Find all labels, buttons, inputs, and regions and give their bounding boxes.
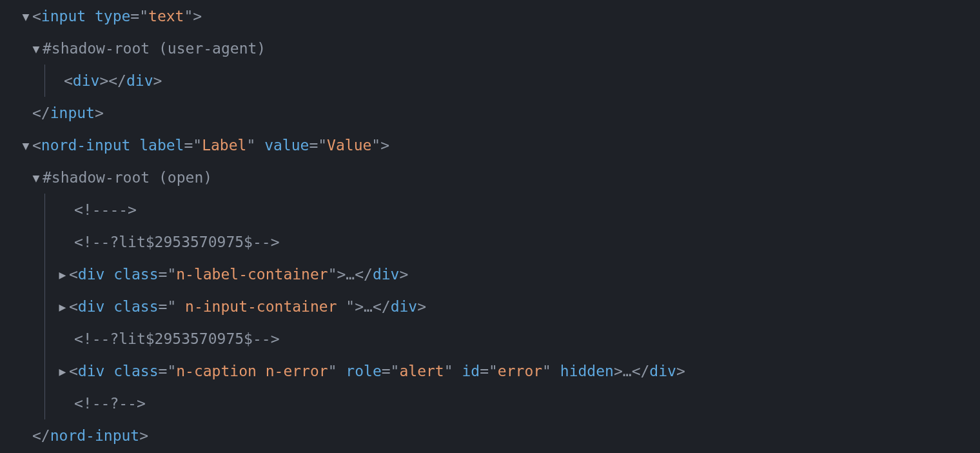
- expand-toggle-icon[interactable]: [30, 32, 43, 65]
- dom-tree: <input type="text"> #shadow-root (user-a…: [0, 0, 980, 452]
- node-comment[interactable]: <!--?lit$2953570975$-->: [0, 323, 980, 355]
- tree-indent-guide: [44, 355, 45, 387]
- code-tag: div: [373, 258, 400, 290]
- shadow-root-label: #shadow-root (user-agent): [43, 32, 266, 65]
- code-attr: id: [462, 355, 480, 387]
- code-tag: div: [126, 65, 153, 97]
- node-nord-input-close[interactable]: </nord-input>: [0, 419, 980, 452]
- code-tag: div: [649, 355, 676, 387]
- node-nord-input-open[interactable]: <nord-input label="Label" value="Value">: [0, 129, 980, 161]
- code-tag: nord-input: [50, 419, 139, 452]
- ellipsis-icon: …: [346, 258, 355, 290]
- node-div-empty[interactable]: <div></div>: [0, 65, 980, 97]
- tree-indent-guide: [44, 290, 45, 323]
- code-comment: <!--?-->: [74, 387, 146, 419]
- node-comment[interactable]: <!---->: [0, 194, 980, 226]
- code-value: n-caption n-error: [176, 355, 328, 387]
- shadow-root-label: #shadow-root (open): [43, 161, 212, 194]
- code-comment: <!---->: [74, 194, 137, 226]
- code-attr: hidden: [560, 355, 614, 387]
- expand-toggle-icon[interactable]: [56, 290, 69, 323]
- expand-toggle-icon[interactable]: [56, 257, 69, 291]
- expand-toggle-icon[interactable]: [56, 354, 69, 388]
- code-attr: label: [139, 129, 184, 161]
- code-tag: input: [41, 0, 86, 32]
- node-input-close[interactable]: </input>: [0, 97, 980, 129]
- code-tag: div: [78, 355, 105, 387]
- code-value: Value: [327, 129, 371, 161]
- code-tag: input: [50, 97, 95, 129]
- tree-indent-guide: [44, 323, 45, 355]
- node-comment[interactable]: <!--?-->: [0, 387, 980, 419]
- node-shadow-root-open[interactable]: #shadow-root (open): [0, 161, 980, 194]
- code-attr: class: [113, 258, 158, 290]
- node-div-input-container[interactable]: <div class=" n-input-container ">…</div>: [0, 290, 980, 323]
- expand-toggle-icon[interactable]: [19, 128, 32, 162]
- node-input-open[interactable]: <input type="text">: [0, 0, 980, 32]
- code-attr: class: [113, 355, 158, 387]
- node-shadow-root-ua[interactable]: #shadow-root (user-agent): [0, 32, 980, 65]
- ellipsis-icon: …: [364, 290, 373, 323]
- code-tag: div: [391, 290, 418, 323]
- tree-indent-guide: [44, 65, 45, 97]
- code-attr: value: [264, 129, 309, 161]
- tree-indent-guide: [44, 258, 45, 290]
- node-comment[interactable]: <!--?lit$2953570975$-->: [0, 226, 980, 258]
- node-div-caption-error[interactable]: <div class="n-caption n-error" role="ale…: [0, 355, 980, 387]
- code-value: n-label-container: [176, 258, 328, 290]
- code-tag: nord-input: [41, 129, 130, 161]
- code-comment: <!--?lit$2953570975$-->: [74, 226, 280, 258]
- code-attr: role: [346, 355, 381, 387]
- ellipsis-icon: …: [623, 355, 632, 387]
- code-value: Label: [202, 129, 246, 161]
- code-tag: div: [73, 65, 100, 97]
- node-div-label-container[interactable]: <div class="n-label-container">…</div>: [0, 258, 980, 290]
- code-tag: div: [78, 258, 105, 290]
- expand-toggle-icon[interactable]: [30, 161, 43, 194]
- tree-indent-guide: [44, 226, 45, 258]
- code-value: n-input-container: [176, 290, 346, 323]
- code-value: alert: [399, 355, 444, 387]
- code-attr: type: [95, 0, 130, 32]
- code-tag: div: [78, 290, 105, 323]
- expand-toggle-icon[interactable]: [19, 0, 32, 33]
- tree-indent-guide: [44, 387, 45, 419]
- code-value: text: [148, 0, 184, 32]
- code-bracket: <: [32, 0, 41, 32]
- code-attr: class: [113, 290, 158, 323]
- tree-indent-guide: [44, 194, 45, 226]
- code-comment: <!--?lit$2953570975$-->: [74, 323, 280, 355]
- code-value: error: [498, 355, 542, 387]
